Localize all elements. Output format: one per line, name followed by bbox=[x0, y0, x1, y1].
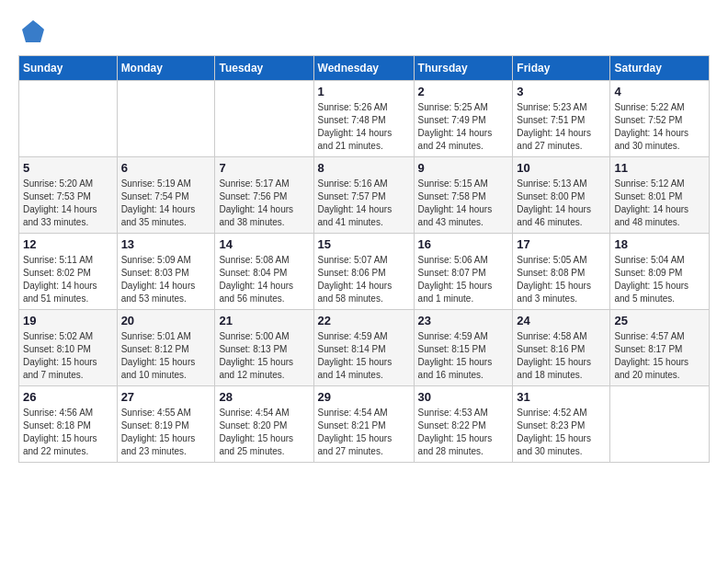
day-of-week-header: Saturday bbox=[610, 56, 710, 81]
day-of-week-header: Sunday bbox=[19, 56, 118, 81]
logo bbox=[18, 17, 51, 46]
calendar-cell: 30Sunrise: 4:53 AM Sunset: 8:22 PM Dayli… bbox=[414, 386, 513, 463]
calendar-week-row: 1Sunrise: 5:26 AM Sunset: 7:48 PM Daylig… bbox=[19, 81, 710, 157]
day-number: 16 bbox=[418, 237, 509, 251]
day-number: 18 bbox=[614, 237, 705, 251]
day-info: Sunrise: 5:25 AM Sunset: 7:49 PM Dayligh… bbox=[418, 101, 509, 153]
day-info: Sunrise: 5:05 AM Sunset: 8:08 PM Dayligh… bbox=[517, 254, 606, 305]
day-number: 19 bbox=[23, 314, 113, 327]
calendar-cell: 28Sunrise: 4:54 AM Sunset: 8:20 PM Dayli… bbox=[215, 386, 313, 463]
calendar-cell bbox=[215, 81, 313, 157]
calendar-cell bbox=[610, 386, 710, 463]
calendar-cell: 6Sunrise: 5:19 AM Sunset: 7:54 PM Daylig… bbox=[117, 157, 215, 234]
day-info: Sunrise: 5:15 AM Sunset: 7:58 PM Dayligh… bbox=[418, 178, 509, 229]
calendar-cell: 13Sunrise: 5:09 AM Sunset: 8:03 PM Dayli… bbox=[117, 234, 215, 310]
calendar-cell: 21Sunrise: 5:00 AM Sunset: 8:13 PM Dayli… bbox=[215, 310, 313, 386]
calendar-cell: 24Sunrise: 4:58 AM Sunset: 8:16 PM Dayli… bbox=[513, 310, 610, 386]
svg-marker-0 bbox=[22, 20, 44, 42]
day-info: Sunrise: 4:59 AM Sunset: 8:15 PM Dayligh… bbox=[418, 330, 509, 382]
day-number: 6 bbox=[121, 161, 211, 175]
calendar-cell: 10Sunrise: 5:13 AM Sunset: 8:00 PM Dayli… bbox=[513, 157, 610, 234]
day-info: Sunrise: 5:08 AM Sunset: 8:04 PM Dayligh… bbox=[219, 254, 309, 305]
day-number: 28 bbox=[219, 390, 309, 404]
day-info: Sunrise: 4:56 AM Sunset: 8:18 PM Dayligh… bbox=[23, 407, 113, 458]
calendar-cell: 19Sunrise: 5:02 AM Sunset: 8:10 PM Dayli… bbox=[19, 310, 118, 386]
calendar-cell: 15Sunrise: 5:07 AM Sunset: 8:06 PM Dayli… bbox=[313, 234, 414, 310]
calendar-table: SundayMondayTuesdayWednesdayThursdayFrid… bbox=[18, 55, 710, 463]
header bbox=[18, 17, 710, 46]
day-of-week-header: Thursday bbox=[414, 56, 513, 81]
day-number: 27 bbox=[121, 390, 211, 404]
day-of-week-header: Monday bbox=[117, 56, 215, 81]
day-info: Sunrise: 5:23 AM Sunset: 7:51 PM Dayligh… bbox=[517, 101, 606, 153]
day-number: 4 bbox=[614, 85, 705, 98]
day-info: Sunrise: 4:54 AM Sunset: 8:20 PM Dayligh… bbox=[219, 407, 309, 458]
calendar-cell: 23Sunrise: 4:59 AM Sunset: 8:15 PM Dayli… bbox=[414, 310, 513, 386]
day-info: Sunrise: 5:06 AM Sunset: 8:07 PM Dayligh… bbox=[418, 254, 509, 305]
day-info: Sunrise: 5:16 AM Sunset: 7:57 PM Dayligh… bbox=[318, 178, 410, 229]
day-number: 30 bbox=[418, 390, 509, 404]
calendar-week-row: 12Sunrise: 5:11 AM Sunset: 8:02 PM Dayli… bbox=[19, 234, 710, 310]
day-number: 7 bbox=[219, 161, 309, 175]
calendar-cell: 12Sunrise: 5:11 AM Sunset: 8:02 PM Dayli… bbox=[19, 234, 118, 310]
day-info: Sunrise: 4:54 AM Sunset: 8:21 PM Dayligh… bbox=[318, 407, 410, 458]
calendar-cell: 31Sunrise: 4:52 AM Sunset: 8:23 PM Dayli… bbox=[513, 386, 610, 463]
day-info: Sunrise: 5:26 AM Sunset: 7:48 PM Dayligh… bbox=[318, 101, 410, 153]
calendar-cell: 7Sunrise: 5:17 AM Sunset: 7:56 PM Daylig… bbox=[215, 157, 313, 234]
day-number: 15 bbox=[318, 237, 410, 251]
calendar-week-row: 19Sunrise: 5:02 AM Sunset: 8:10 PM Dayli… bbox=[19, 310, 710, 386]
day-info: Sunrise: 4:57 AM Sunset: 8:17 PM Dayligh… bbox=[614, 330, 705, 382]
calendar-cell bbox=[19, 81, 118, 157]
day-number: 22 bbox=[318, 314, 410, 327]
day-of-week-header: Tuesday bbox=[215, 56, 313, 81]
calendar-cell: 11Sunrise: 5:12 AM Sunset: 8:01 PM Dayli… bbox=[610, 157, 710, 234]
calendar-week-row: 26Sunrise: 4:56 AM Sunset: 8:18 PM Dayli… bbox=[19, 386, 710, 463]
day-info: Sunrise: 5:07 AM Sunset: 8:06 PM Dayligh… bbox=[318, 254, 410, 305]
calendar-cell: 26Sunrise: 4:56 AM Sunset: 8:18 PM Dayli… bbox=[19, 386, 118, 463]
calendar-cell: 9Sunrise: 5:15 AM Sunset: 7:58 PM Daylig… bbox=[414, 157, 513, 234]
calendar-cell: 1Sunrise: 5:26 AM Sunset: 7:48 PM Daylig… bbox=[313, 81, 414, 157]
day-of-week-header: Wednesday bbox=[313, 56, 414, 81]
day-info: Sunrise: 5:09 AM Sunset: 8:03 PM Dayligh… bbox=[121, 254, 211, 305]
day-number: 2 bbox=[418, 85, 509, 98]
calendar-cell: 25Sunrise: 4:57 AM Sunset: 8:17 PM Dayli… bbox=[610, 310, 710, 386]
calendar-cell: 16Sunrise: 5:06 AM Sunset: 8:07 PM Dayli… bbox=[414, 234, 513, 310]
calendar-cell: 27Sunrise: 4:55 AM Sunset: 8:19 PM Dayli… bbox=[117, 386, 215, 463]
day-info: Sunrise: 4:52 AM Sunset: 8:23 PM Dayligh… bbox=[517, 407, 606, 458]
day-number: 9 bbox=[418, 161, 509, 175]
day-number: 26 bbox=[23, 390, 113, 404]
calendar-cell: 17Sunrise: 5:05 AM Sunset: 8:08 PM Dayli… bbox=[513, 234, 610, 310]
day-number: 13 bbox=[121, 237, 211, 251]
day-info: Sunrise: 5:20 AM Sunset: 7:53 PM Dayligh… bbox=[23, 178, 113, 229]
day-info: Sunrise: 5:04 AM Sunset: 8:09 PM Dayligh… bbox=[614, 254, 705, 305]
day-number: 10 bbox=[517, 161, 606, 175]
day-info: Sunrise: 5:01 AM Sunset: 8:12 PM Dayligh… bbox=[121, 330, 211, 382]
day-of-week-header: Friday bbox=[513, 56, 610, 81]
day-number: 24 bbox=[517, 314, 606, 327]
calendar-header-row: SundayMondayTuesdayWednesdayThursdayFrid… bbox=[19, 56, 710, 81]
page: SundayMondayTuesdayWednesdayThursdayFrid… bbox=[0, 0, 728, 472]
calendar-cell: 2Sunrise: 5:25 AM Sunset: 7:49 PM Daylig… bbox=[414, 81, 513, 157]
day-number: 29 bbox=[318, 390, 410, 404]
day-number: 17 bbox=[517, 237, 606, 251]
calendar-cell: 4Sunrise: 5:22 AM Sunset: 7:52 PM Daylig… bbox=[610, 81, 710, 157]
calendar-cell: 5Sunrise: 5:20 AM Sunset: 7:53 PM Daylig… bbox=[19, 157, 118, 234]
calendar-cell: 20Sunrise: 5:01 AM Sunset: 8:12 PM Dayli… bbox=[117, 310, 215, 386]
day-number: 20 bbox=[121, 314, 211, 327]
calendar-cell: 29Sunrise: 4:54 AM Sunset: 8:21 PM Dayli… bbox=[313, 386, 414, 463]
day-number: 12 bbox=[23, 237, 113, 251]
calendar-cell: 3Sunrise: 5:23 AM Sunset: 7:51 PM Daylig… bbox=[513, 81, 610, 157]
logo-icon bbox=[18, 17, 48, 46]
day-number: 23 bbox=[418, 314, 509, 327]
day-info: Sunrise: 5:22 AM Sunset: 7:52 PM Dayligh… bbox=[614, 101, 705, 153]
day-info: Sunrise: 5:12 AM Sunset: 8:01 PM Dayligh… bbox=[614, 178, 705, 229]
day-number: 25 bbox=[614, 314, 705, 327]
day-number: 21 bbox=[219, 314, 309, 327]
day-number: 5 bbox=[23, 161, 113, 175]
calendar-cell bbox=[117, 81, 215, 157]
calendar-cell: 8Sunrise: 5:16 AM Sunset: 7:57 PM Daylig… bbox=[313, 157, 414, 234]
day-info: Sunrise: 5:17 AM Sunset: 7:56 PM Dayligh… bbox=[219, 178, 309, 229]
calendar-cell: 14Sunrise: 5:08 AM Sunset: 8:04 PM Dayli… bbox=[215, 234, 313, 310]
day-info: Sunrise: 5:00 AM Sunset: 8:13 PM Dayligh… bbox=[219, 330, 309, 382]
day-info: Sunrise: 5:02 AM Sunset: 8:10 PM Dayligh… bbox=[23, 330, 113, 382]
